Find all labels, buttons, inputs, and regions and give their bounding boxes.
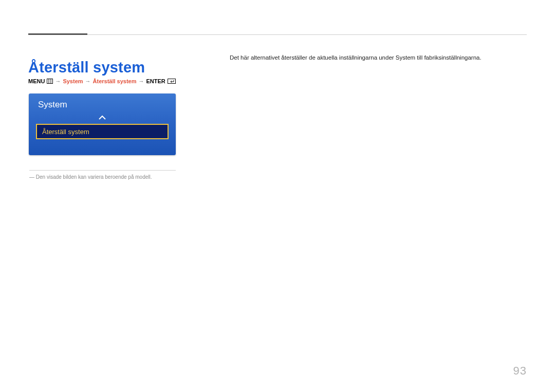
- page-number: 93: [513, 364, 527, 378]
- arrow-right-icon: →: [85, 78, 91, 84]
- menu-panel-title: System: [38, 100, 67, 110]
- svg-rect-3: [168, 79, 175, 84]
- footnote-divider: [29, 170, 176, 171]
- page-title: Återställ system: [28, 59, 145, 76]
- footnote-dash: ―: [29, 174, 36, 180]
- chevron-up-icon[interactable]: [98, 115, 106, 120]
- enter-icon: [168, 79, 176, 84]
- section-mark: [28, 33, 87, 35]
- menu-item-reset-system[interactable]: Återställ system: [36, 124, 169, 139]
- footnote-text: Den visade bilden kan variera beroende p…: [36, 174, 152, 180]
- menu-panel: System Återställ system: [29, 94, 176, 155]
- menu-box-icon: [47, 79, 53, 84]
- header-divider: [28, 34, 527, 35]
- breadcrumb-enter: ENTER: [146, 78, 165, 84]
- breadcrumb-menu: MENU: [28, 78, 45, 84]
- breadcrumb-reset: Återställ system: [93, 78, 137, 84]
- body-text: Det här alternativet återställer de aktu…: [230, 53, 524, 62]
- menu-item-label: Återställ system: [42, 128, 89, 136]
- breadcrumb-system: System: [63, 78, 83, 84]
- breadcrumb: MENU → System → Återställ system → ENTER: [28, 78, 176, 84]
- footnote: ― Den visade bilden kan variera beroende…: [29, 174, 152, 180]
- arrow-right-icon: →: [139, 78, 144, 84]
- svg-rect-0: [47, 79, 53, 84]
- arrow-right-icon: →: [55, 78, 61, 84]
